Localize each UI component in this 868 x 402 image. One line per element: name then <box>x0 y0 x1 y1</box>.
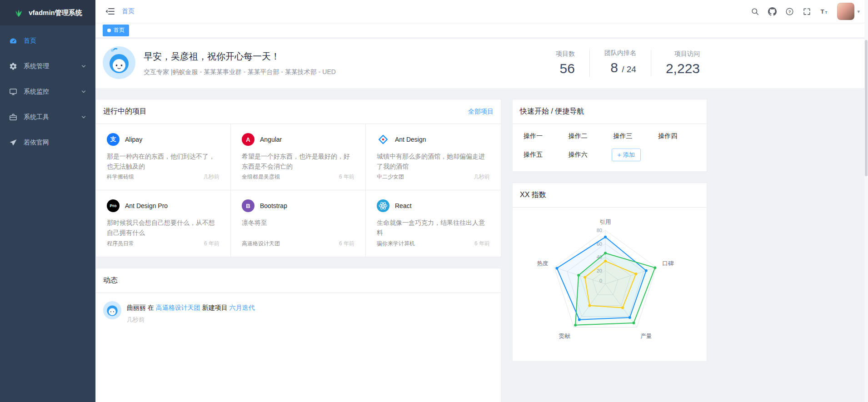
stat-project-count: 项目数 56 <box>541 50 589 76</box>
font-size-icon[interactable]: TT <box>815 0 833 23</box>
project-updated-time: 6 年前 <box>339 173 354 181</box>
help-icon[interactable]: ? <box>781 0 798 23</box>
sidebar-item-system-tools[interactable]: 系统工具 <box>0 104 95 130</box>
sidebar-item-label: 系统工具 <box>24 113 49 121</box>
sidebar-item-home[interactable]: 首页 <box>0 28 95 54</box>
activity-project-link[interactable]: 六月迭代 <box>229 304 255 311</box>
activity-time: 几秒前 <box>127 316 255 324</box>
stat-project-visits: 项目访问 2,223 <box>651 50 700 76</box>
chevron-down-icon <box>81 64 86 69</box>
breadcrumb[interactable]: 首页 <box>122 7 135 15</box>
sidebar-item-system-monitor[interactable]: 系统监控 <box>0 79 95 104</box>
sidebar-collapse-icon[interactable] <box>102 0 118 23</box>
sidebar: vfadmin管理系统 首页 系统管理 <box>0 0 95 402</box>
sidebar-item-system-management[interactable]: 系统管理 <box>0 54 95 79</box>
vertical-scrollbar[interactable] <box>864 0 868 402</box>
chevron-down-icon <box>81 89 86 94</box>
dashboard-icon <box>9 37 17 45</box>
add-button-label: 添加 <box>623 151 635 159</box>
project-card-alipay[interactable]: 支 Alipay 那是一种内在的东西，他们到达不了，也无法触及的 科学搬砖组 几… <box>96 124 231 190</box>
fullscreen-icon[interactable] <box>798 0 815 23</box>
greeting-title: 早安，吴彦祖，祝你开心每一天！ <box>144 50 336 63</box>
project-name[interactable]: Alipay <box>125 136 142 143</box>
project-name[interactable]: Ant Design Pro <box>125 202 168 209</box>
sidebar-item-label: 系统管理 <box>24 62 49 70</box>
gear-icon <box>9 62 17 70</box>
project-updated-time: 几秒前 <box>203 173 219 181</box>
project-group-link[interactable]: 全组都是吴彦祖 <box>242 173 280 181</box>
logo-letter: B <box>246 203 250 209</box>
project-desc: 那时候我只会想自己想要什么，从不想自己拥有什么 <box>107 218 219 238</box>
user-menu[interactable]: ▾ <box>837 3 863 20</box>
activity-group-link[interactable]: 高逼格设计天团 <box>156 304 200 311</box>
all-projects-link[interactable]: 全部项目 <box>468 108 494 116</box>
quicknav-link-5[interactable]: 操作五 <box>520 151 565 159</box>
project-group-link[interactable]: 程序员日常 <box>107 240 134 248</box>
stat-value: 56 <box>560 61 575 76</box>
caret-down-icon: ▾ <box>857 9 860 15</box>
project-desc: 希望是一个好东西，也许是最好的，好东西是不会消亡的 <box>242 151 354 171</box>
project-name[interactable]: Bootstrap <box>260 202 287 209</box>
sidebar-item-label: 若依官网 <box>24 139 49 147</box>
paper-plane-icon <box>9 139 17 147</box>
quicknav-link-3[interactable]: 操作三 <box>610 132 655 140</box>
project-group-link[interactable]: 中二少女团 <box>377 173 404 181</box>
project-card-angular[interactable]: A Angular 希望是一个好东西，也许是最好的，好东西是不会消亡的 全组都是… <box>231 124 366 190</box>
radar-chart: 020406080引用口碑产量贡献热度 <box>513 210 707 356</box>
greeting-subtitle: 交互专家 |蚂蚁金服 - 某某某事业群 - 某某平台部 - 某某技术部 - UE… <box>144 68 336 76</box>
stat-label: 团队内排名 <box>604 49 636 57</box>
projects-card-title: 进行中的项目 <box>103 107 147 116</box>
project-name[interactable]: Angular <box>260 136 282 143</box>
user-avatar <box>837 3 854 20</box>
svg-text:引用: 引用 <box>600 219 611 225</box>
app-title: vfadmin管理系统 <box>29 9 82 17</box>
stat-label: 项目访问 <box>666 50 700 58</box>
stat-suffix: / 24 <box>622 65 636 74</box>
quicknav-link-2[interactable]: 操作二 <box>565 132 610 140</box>
sidebar-item-label: 系统监控 <box>24 88 49 96</box>
project-card-react[interactable]: React 生命就像一盒巧克力，结果往往出人意料 骗你来学计算机 6 年前 <box>366 190 501 257</box>
svg-text:贡献: 贡献 <box>559 333 570 339</box>
github-icon[interactable] <box>763 0 781 23</box>
search-icon[interactable] <box>746 0 763 23</box>
quicknav-link-1[interactable]: 操作一 <box>520 132 565 140</box>
project-desc: 那是一种内在的东西，他们到达不了，也无法触及的 <box>107 151 219 171</box>
project-group-link[interactable]: 骗你来学计算机 <box>377 240 415 248</box>
tag-active-dot <box>107 29 111 32</box>
navbar-actions: ? TT ▾ <box>746 0 863 23</box>
svg-text:产量: 产量 <box>641 333 652 339</box>
quicknav-link-6[interactable]: 操作六 <box>565 151 610 159</box>
add-button[interactable]: + 添加 <box>612 149 641 161</box>
chevron-down-icon <box>81 114 86 120</box>
projects-card: 进行中的项目 全部项目 支 Alipay 那是一种内在的东西，他们到达不了，也无… <box>95 99 501 257</box>
index-card-title: XX 指数 <box>520 190 546 200</box>
quicknav-link-4[interactable]: 操作四 <box>654 132 699 140</box>
bootstrap-logo-icon: B <box>242 199 254 212</box>
top-navbar: 首页 ? TT ▾ <box>95 0 868 23</box>
svg-text:热度: 热度 <box>537 260 549 267</box>
tag-home[interactable]: 首页 <box>103 25 129 36</box>
svg-text:T: T <box>821 8 825 15</box>
project-card-ant-design[interactable]: Ant Design 城镇中有那么多的酒馆，她却偏偏走进了我的酒馆 中二少女团 … <box>366 124 501 190</box>
svg-text:?: ? <box>788 9 791 14</box>
project-name[interactable]: React <box>395 202 412 209</box>
logo-letter: A <box>246 136 250 143</box>
project-card-bootstrap[interactable]: B Bootstrap 凛冬将至 高逼格设计天团 6 年前 <box>231 190 366 257</box>
activity-item: 曲丽丽 在 高逼格设计天团 新建项目 六月迭代 几秒前 <box>96 293 501 332</box>
scrollbar-thumb[interactable] <box>865 40 868 176</box>
activity-action: 新建项目 <box>202 304 228 311</box>
react-logo-icon <box>377 199 389 212</box>
project-group-link[interactable]: 科学搬砖组 <box>107 173 134 181</box>
sidebar-item-official-site[interactable]: 若依官网 <box>0 130 95 155</box>
app-logo[interactable]: vfadmin管理系统 <box>0 0 95 25</box>
user-mascot-avatar <box>103 46 135 80</box>
project-name[interactable]: Ant Design <box>395 136 426 143</box>
tag-label: 首页 <box>114 26 125 34</box>
alipay-logo-icon: 支 <box>107 133 120 146</box>
index-card: XX 指数 020406080引用口碑产量贡献热度 <box>512 183 707 362</box>
project-desc: 生命就像一盒巧克力，结果往往出人意料 <box>377 218 490 238</box>
project-updated-time: 6 年前 <box>204 240 219 248</box>
project-group-link[interactable]: 高逼格设计天团 <box>242 240 280 248</box>
project-card-ant-design-pro[interactable]: Pro Ant Design Pro 那时候我只会想自己想要什么，从不想自己拥有… <box>96 190 231 257</box>
greeting-panel: 早安，吴彦祖，祝你开心每一天！ 交互专家 |蚂蚁金服 - 某某某事业群 - 某某… <box>95 38 868 88</box>
